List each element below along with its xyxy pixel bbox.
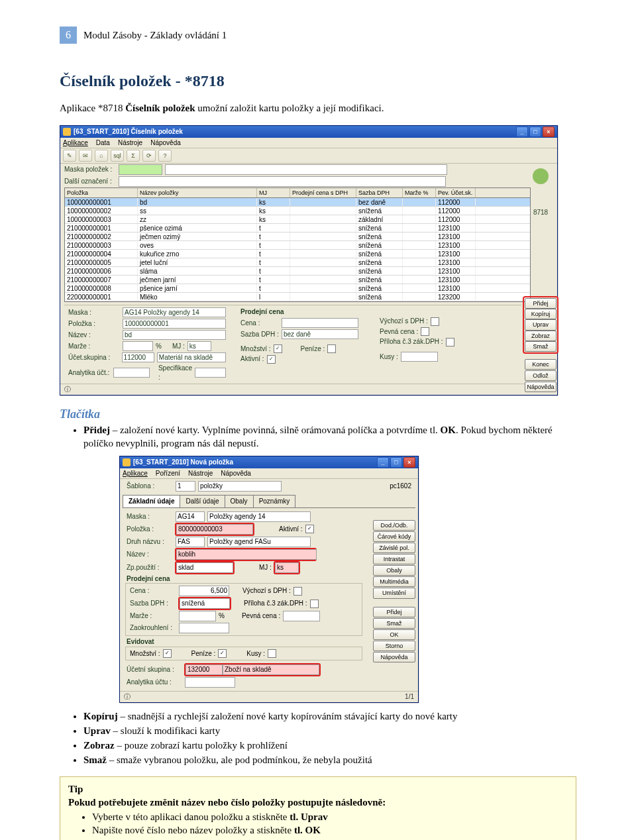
column-header[interactable]: Název položky (138, 188, 257, 197)
odlož-button[interactable]: Odlož (525, 370, 556, 381)
menu-item[interactable]: Nástroje (118, 138, 142, 148)
toolbar-icon[interactable]: ⟳ (142, 150, 156, 162)
table-row[interactable]: 210000000006slámatsnížená123100 (65, 267, 530, 276)
table-row[interactable]: 210000000005jetel lučnítsnížená123100 (65, 258, 530, 267)
ana-value[interactable] (185, 677, 235, 688)
vdph-checkbox[interactable] (431, 317, 439, 326)
toolbar-icon[interactable]: ? (158, 150, 172, 162)
table-row[interactable]: 210000000001pšenice ozimátsnížená123100 (65, 224, 530, 233)
mnoz-checkbox[interactable]: ✓ (163, 649, 172, 658)
sazba-value: bez daně (282, 329, 358, 339)
table-row[interactable]: 210000000007ječmen jarnítsnížená123100 (65, 276, 530, 284)
table-row[interactable]: 220000000001Mlékolsnížená123200 (65, 293, 530, 301)
pevna-value[interactable] (283, 611, 320, 621)
page-header: 6 Modul Zásoby - Základy ovládání 1 (60, 26, 576, 44)
ok-button[interactable]: OK (373, 629, 415, 640)
nápověda-button[interactable]: Nápověda (373, 652, 415, 662)
menu-item[interactable]: Nápověda (221, 469, 251, 478)
side-button[interactable]: Dod./Odb. (373, 520, 415, 531)
přidej-button[interactable]: Přidej (373, 607, 415, 617)
nazev-label: Název : (127, 550, 173, 559)
table-row[interactable]: 210000000002ječmen ozimýtsnížená123100 (65, 233, 530, 241)
column-header[interactable]: Prodejní cena s DPH (290, 188, 356, 197)
menu-item[interactable]: Data (96, 138, 110, 148)
toolbar-icon[interactable]: ✎ (63, 150, 76, 162)
close-icon[interactable]: × (403, 457, 415, 468)
side-button[interactable]: Čárové kódy (373, 531, 415, 542)
polozka-value[interactable]: 800000000003 (176, 524, 253, 535)
menu-item[interactable]: Aplikace (123, 469, 148, 478)
zobraz-button[interactable]: Zobraz (525, 331, 556, 341)
mj-value[interactable]: ks (275, 562, 299, 573)
table-row[interactable]: 100000000003zzkszákladní112000 (65, 215, 530, 224)
maximize-icon[interactable]: □ (390, 457, 402, 468)
items-grid[interactable]: PoložkaNázev položkyMJProdejní cena s DP… (64, 187, 531, 302)
pril-checkbox[interactable] (446, 338, 454, 346)
menu-item[interactable]: Nápověda (150, 138, 181, 148)
zp-value[interactable]: sklad (176, 562, 233, 573)
cena-value[interactable]: 6,500 (179, 586, 229, 596)
minimize-icon[interactable]: _ (377, 457, 389, 468)
tab-dalsi[interactable]: Další údaje (180, 495, 225, 507)
window-title: [63_START_2010] Nová položka (133, 458, 233, 467)
přidej-button[interactable]: Přidej (525, 298, 556, 309)
mnoz-checkbox[interactable]: ✓ (274, 344, 282, 353)
uprav-button[interactable]: Uprav (525, 319, 556, 330)
zaok-value[interactable] (179, 623, 229, 633)
mask-field[interactable] (119, 164, 162, 175)
toolbar-icon[interactable]: Σ (127, 150, 140, 162)
sablona-value[interactable]: 1 (176, 481, 195, 492)
smaž-button[interactable]: Smaž (525, 341, 556, 352)
aktivni-checkbox[interactable]: ✓ (305, 525, 314, 533)
polozka-label: Položka : (127, 525, 173, 534)
column-header[interactable]: Marže % (403, 188, 436, 197)
marze-value[interactable] (179, 611, 216, 621)
menu-item[interactable]: Aplikace (63, 138, 88, 148)
toolbar-icon[interactable]: ⌂ (95, 150, 108, 162)
tab-zakladni[interactable]: Základní údaje (123, 495, 180, 507)
side-button[interactable]: Obaly (373, 565, 415, 576)
nápověda-button[interactable]: Nápověda (525, 382, 556, 392)
column-header[interactable]: Položka (65, 188, 138, 197)
smaž-button[interactable]: Smaž (373, 618, 415, 629)
druh-value[interactable]: FAS (176, 537, 205, 547)
menu-item[interactable]: Nástroje (188, 469, 213, 478)
tab-poznamky[interactable]: Poznámky (253, 495, 296, 507)
other-field[interactable] (119, 176, 446, 187)
side-button[interactable]: Umístění (373, 588, 415, 598)
tab-obaly[interactable]: Obaly (225, 495, 254, 507)
akt-checkbox[interactable]: ✓ (267, 355, 276, 364)
kusy-checkbox[interactable] (268, 649, 276, 658)
pevna-checkbox[interactable] (421, 327, 429, 336)
mask-desc-field[interactable] (165, 164, 447, 175)
side-button[interactable]: Multimédia (373, 576, 415, 587)
maska-value[interactable]: AG14 (176, 511, 205, 522)
usk-value[interactable]: 132000 (186, 664, 223, 675)
minimize-icon[interactable]: _ (516, 127, 528, 137)
maximize-icon[interactable]: □ (529, 127, 541, 137)
konec-button[interactable]: Konec (525, 359, 556, 370)
menu-item[interactable]: Pořízení (156, 469, 180, 478)
toolbar-icon[interactable]: ✉ (79, 150, 92, 162)
side-button[interactable]: Závislé pol. (373, 543, 415, 553)
storno-button[interactable]: Storno (373, 641, 415, 651)
table-row[interactable]: 100000000002sskssnížená112000 (65, 207, 530, 215)
sazba-value[interactable]: snížená (180, 598, 230, 609)
pril-checkbox[interactable] (310, 600, 319, 608)
pen-checkbox[interactable]: ✓ (218, 649, 227, 658)
column-header[interactable]: Pev. Účet.sk. (436, 188, 476, 197)
close-icon[interactable]: × (543, 127, 555, 137)
mj-value: ks (187, 341, 211, 351)
side-button[interactable]: Intrastat (373, 554, 415, 564)
pen-checkbox[interactable] (327, 344, 336, 353)
vdph-checkbox[interactable] (293, 587, 302, 596)
kopíruj-button[interactable]: Kopíruj (525, 309, 556, 319)
toolbar-icon[interactable]: sql (111, 150, 124, 162)
nazev-value[interactable]: koblih (176, 549, 317, 560)
table-row[interactable]: 210000000008pšenice jarnítsnížená123100 (65, 284, 530, 293)
table-row[interactable]: 210000000003ovestsnížená123100 (65, 241, 530, 250)
column-header[interactable]: Sazba DPH (356, 188, 403, 197)
column-header[interactable]: MJ (257, 188, 290, 197)
table-row[interactable]: 210000000004kukuřice zrnotsnížená123100 (65, 250, 530, 258)
table-row[interactable]: 100000000001bdksbez daně112000 (65, 198, 530, 207)
